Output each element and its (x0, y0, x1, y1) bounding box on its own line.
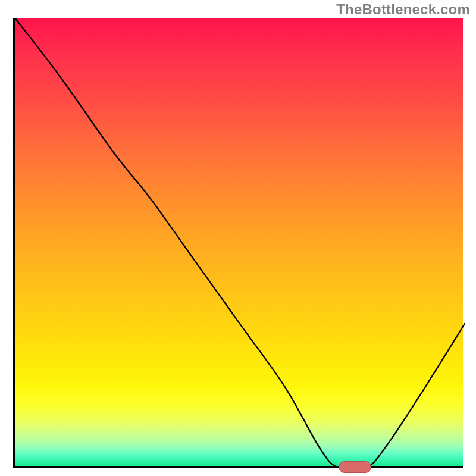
bottleneck-curve (15, 18, 465, 468)
chart-canvas: TheBottleneck.com (0, 0, 476, 476)
optimal-marker (339, 461, 371, 473)
plot-area (13, 18, 463, 468)
watermark-text: TheBottleneck.com (336, 1, 470, 18)
